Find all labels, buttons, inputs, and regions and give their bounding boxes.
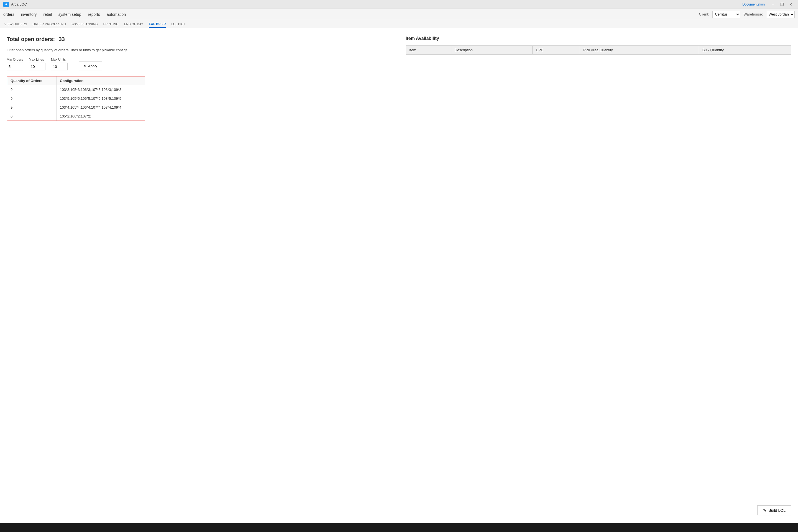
right-panel: Item Availability Item Description UPC P… [399, 28, 798, 523]
minimize-button[interactable]: – [769, 2, 777, 7]
nav-right: Client: Cerritus Warehouse: West Jordan [699, 11, 795, 18]
table-row[interactable]: 9 103*5;105*5;106*5;107*5;108*5;109*5; [7, 94, 145, 103]
avail-col-upc: UPC [533, 46, 580, 55]
app-title: Arca LOC [11, 2, 27, 6]
max-units-label: Max Units [51, 58, 68, 61]
avail-col-description: Description [451, 46, 532, 55]
app-icon: A [3, 2, 9, 7]
avail-col-bulk-qty: Bulk Quantity [699, 46, 791, 55]
table-row[interactable]: 6 105*2;106*2;107*2; [7, 112, 145, 121]
row-config: 103*3;105*3;106*3;107*3;108*3;109*3; [57, 86, 145, 94]
row-config: 103*4;105*4;106*4;107*4;108*4;109*4; [57, 103, 145, 112]
build-lol-icon: ✎ [763, 508, 766, 513]
min-orders-input[interactable] [7, 63, 23, 70]
nav-reports[interactable]: reports [88, 10, 100, 19]
filter-description: Filter open orders by quantity of orders… [7, 48, 392, 52]
subnav-printing[interactable]: PRINTING [103, 21, 119, 27]
nav-inventory[interactable]: inventory [21, 10, 37, 19]
subnav-wave-planning[interactable]: WAVE PLANNING [72, 21, 97, 27]
total-orders-label: Total open orders: [7, 36, 55, 42]
avail-col-pick-area-qty: Pick Area Quantity [580, 46, 699, 55]
row-qty: 6 [7, 112, 57, 121]
maximize-button[interactable]: ❐ [778, 2, 786, 7]
sub-nav: VIEW ORDERS ORDER PROCESSING WAVE PLANNI… [0, 20, 798, 28]
max-lines-input[interactable] [29, 63, 45, 70]
table-row[interactable]: 9 103*3;105*3;106*3;107*3;108*3;109*3; [7, 86, 145, 94]
refresh-icon: ↻ [83, 64, 87, 68]
max-units-input[interactable] [51, 63, 68, 70]
nav-automation[interactable]: automation [107, 10, 126, 19]
bottom-bar [0, 523, 798, 532]
filter-row: Min Orders Max Lines Max Units ↻ Apply [7, 58, 392, 70]
nav-orders[interactable]: orders [3, 10, 14, 19]
table-row[interactable]: 9 103*4;105*4;106*4;107*4;108*4;109*4; [7, 103, 145, 112]
subnav-lol-build[interactable]: LOL BUILD [149, 20, 166, 28]
build-lol-button[interactable]: ✎ Build LOL [757, 506, 791, 515]
warehouse-select[interactable]: West Jordan [766, 11, 795, 18]
row-config: 103*5;105*5;106*5;107*5;108*5;109*5; [57, 94, 145, 103]
max-lines-group: Max Lines [29, 58, 45, 70]
col-qty-header: Quantity of Orders [7, 76, 57, 86]
config-table: Quantity of Orders Configuration 9 103*3… [7, 76, 145, 121]
nav-system-setup[interactable]: system setup [58, 10, 81, 19]
nav-retail[interactable]: retail [43, 10, 52, 19]
max-units-group: Max Units [51, 58, 68, 70]
total-orders-heading: Total open orders: 33 [7, 36, 392, 42]
title-bar: A Arca LOC Documentation – ❐ ✕ [0, 0, 798, 9]
avail-col-item: Item [406, 46, 451, 55]
subnav-end-of-day[interactable]: END OF DAY [124, 21, 143, 27]
content-area: Total open orders: 33 Filter open orders… [0, 28, 798, 523]
left-panel: Total open orders: 33 Filter open orders… [0, 28, 399, 523]
documentation-link[interactable]: Documentation [742, 2, 765, 6]
min-orders-group: Min Orders [7, 58, 23, 70]
build-lol-container: ✎ Build LOL [757, 506, 791, 515]
apply-button[interactable]: ↻ Apply [79, 61, 102, 70]
min-orders-label: Min Orders [7, 58, 23, 61]
client-select[interactable]: Cerritus [712, 11, 740, 18]
build-lol-label: Build LOL [768, 508, 785, 513]
client-label: Client: [699, 12, 709, 16]
availability-table: Item Description UPC Pick Area Quantity … [406, 45, 791, 55]
title-bar-left: A Arca LOC [3, 2, 27, 7]
close-button[interactable]: ✕ [787, 2, 795, 7]
max-lines-label: Max Lines [29, 58, 45, 61]
total-orders-count: 33 [59, 36, 65, 42]
main-nav: orders inventory retail system setup rep… [0, 9, 798, 20]
title-bar-right: Documentation – ❐ ✕ [742, 2, 795, 7]
subnav-view-orders[interactable]: VIEW ORDERS [4, 21, 27, 27]
item-availability-title: Item Availability [406, 36, 791, 41]
apply-label: Apply [88, 64, 97, 68]
row-qty: 9 [7, 103, 57, 112]
nav-left: orders inventory retail system setup rep… [3, 10, 126, 19]
row-config: 105*2;106*2;107*2; [57, 112, 145, 121]
row-qty: 9 [7, 86, 57, 94]
col-config-header: Configuration [57, 76, 145, 86]
warehouse-label: Warehouse: [743, 12, 763, 16]
subnav-order-processing[interactable]: ORDER PROCESSING [33, 21, 66, 27]
row-qty: 9 [7, 94, 57, 103]
subnav-lol-pick[interactable]: LOL PICK [171, 21, 186, 27]
